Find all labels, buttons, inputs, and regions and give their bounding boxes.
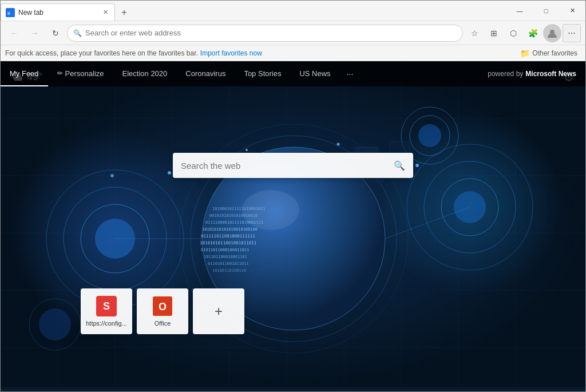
svg-text:01101011001011011: 01101011001011011: [208, 262, 249, 266]
svg-point-54: [415, 164, 419, 167]
news-tab-personalize[interactable]: ✏ Personalize: [48, 61, 113, 86]
svg-point-44: [418, 124, 441, 147]
extensions-icon[interactable]: 🧩: [524, 24, 542, 42]
refresh-button[interactable]: ↻: [46, 24, 65, 42]
minimize-button[interactable]: —: [506, 1, 533, 21]
favorites-icon[interactable]: ☆: [465, 24, 484, 42]
news-tab-top-stories[interactable]: Top Stories: [235, 61, 290, 86]
search-bar: 🔍: [173, 153, 413, 178]
collections-icon[interactable]: ⬡: [504, 24, 522, 42]
svg-point-56: [337, 143, 340, 146]
svg-text:1010101011001001011011: 1010101011001001011011: [200, 240, 256, 246]
add-tile-icon: +: [208, 301, 229, 322]
address-search-icon: 🔍: [73, 29, 82, 37]
tab-title: New tab: [18, 9, 97, 17]
svg-text:O: O: [159, 301, 167, 312]
window-controls: — □ ✕: [506, 1, 585, 21]
close-button[interactable]: ✕: [559, 1, 585, 21]
search-input[interactable]: [181, 161, 389, 171]
tile-1-label: Office: [140, 320, 185, 327]
news-bar: My Feed ✏ Personalize Election 2020 Coro…: [1, 61, 585, 86]
main-content: 1010001011111010001011 00101010101010010…: [1, 61, 585, 391]
svg-point-53: [168, 171, 171, 175]
tile-1-icon: O: [152, 296, 173, 316]
svg-point-57: [110, 174, 114, 177]
title-bar: e New tab ✕ + — □ ✕: [1, 1, 585, 21]
tile-1[interactable]: O Office: [137, 288, 188, 334]
browser-window: e New tab ✕ + — □ ✕ ← → ↻ 🔍 ☆ ⊞ ⬡ 🧩: [0, 0, 586, 392]
news-tab-my-feed[interactable]: My Feed: [1, 61, 48, 86]
news-tab-us-news-label: US News: [299, 69, 330, 78]
news-tab-more-button[interactable]: ···: [340, 69, 361, 78]
svg-text:101101100010001101: 101101100010001101: [204, 255, 247, 259]
news-tab-top-stories-label: Top Stories: [244, 69, 281, 78]
forward-button[interactable]: →: [26, 24, 44, 42]
news-tab-election[interactable]: Election 2020: [113, 61, 177, 86]
svg-point-49: [242, 190, 299, 230]
tab-favicon: e: [6, 8, 15, 17]
news-tab-us-news[interactable]: US News: [290, 61, 339, 86]
news-tab-personalize-label: Personalize: [65, 69, 104, 78]
back-button[interactable]: ←: [5, 24, 23, 42]
other-favorites-label: Other favorites: [532, 49, 577, 57]
background-svg: 1010001011111010001011 00101010101010010…: [1, 61, 585, 387]
background: 1010001011111010001011 00101010101010010…: [1, 61, 585, 391]
svg-text:01011011000100011011: 01011011000100011011: [201, 248, 249, 252]
powered-by-brand: Microsoft News: [525, 70, 576, 78]
search-submit-button[interactable]: 🔍: [394, 160, 405, 171]
svg-text:e: e: [7, 10, 10, 16]
quick-tiles: S https://config... O Office +: [81, 288, 244, 334]
powered-by: powered by Microsoft News: [488, 70, 585, 78]
menu-button[interactable]: ···: [563, 24, 581, 42]
folder-icon: 📁: [520, 49, 530, 58]
add-tile-button[interactable]: +: [193, 288, 244, 334]
tile-0-icon: S: [96, 296, 117, 316]
svg-text:011111011001000111111: 011111011001000111111: [201, 233, 255, 239]
toolbar-icons: ☆ ⊞ ⬡ 🧩 ···: [465, 24, 581, 42]
address-input-wrap[interactable]: 🔍: [67, 25, 463, 42]
news-tabs: My Feed ✏ Personalize Election 2020 Coro…: [1, 61, 488, 86]
tab-close-button[interactable]: ✕: [101, 8, 110, 17]
new-tab-button[interactable]: +: [116, 5, 132, 21]
news-tab-election-label: Election 2020: [122, 69, 168, 78]
tile-0-label: https://config...: [84, 320, 129, 327]
address-input[interactable]: [85, 29, 457, 37]
svg-text:10100110100110: 10100110100110: [212, 268, 246, 273]
import-favorites-link[interactable]: Import favorites now: [200, 49, 262, 57]
svg-text:10101010101010010100100: 10101010101010010100100: [202, 227, 258, 232]
other-favorites-button[interactable]: 📁 Other favorites: [517, 47, 581, 59]
profile-button[interactable]: [543, 24, 561, 42]
maximize-button[interactable]: □: [533, 1, 559, 21]
powered-by-prefix: powered by: [488, 70, 523, 78]
favorites-bar-text: For quick access, place your favorites h…: [5, 49, 198, 57]
favorites-bar: For quick access, place your favorites h…: [1, 45, 585, 61]
tile-0[interactable]: S https://config...: [81, 288, 132, 334]
reading-list-icon[interactable]: ⊞: [485, 24, 503, 42]
address-bar: ← → ↻ 🔍 ☆ ⊞ ⬡ 🧩 ···: [1, 21, 585, 45]
svg-point-55: [246, 149, 248, 151]
news-tab-coronavirus[interactable]: Coronavirus: [176, 61, 235, 86]
tab-strip: e New tab ✕ +: [1, 1, 506, 21]
personalize-icon: ✏: [57, 69, 63, 77]
svg-point-46: [39, 308, 71, 340]
search-bar-wrap: 🔍: [173, 153, 413, 178]
news-tab-my-feed-label: My Feed: [10, 69, 39, 78]
active-tab[interactable]: e New tab ✕: [1, 3, 115, 21]
news-tab-coronavirus-label: Coronavirus: [185, 69, 225, 78]
